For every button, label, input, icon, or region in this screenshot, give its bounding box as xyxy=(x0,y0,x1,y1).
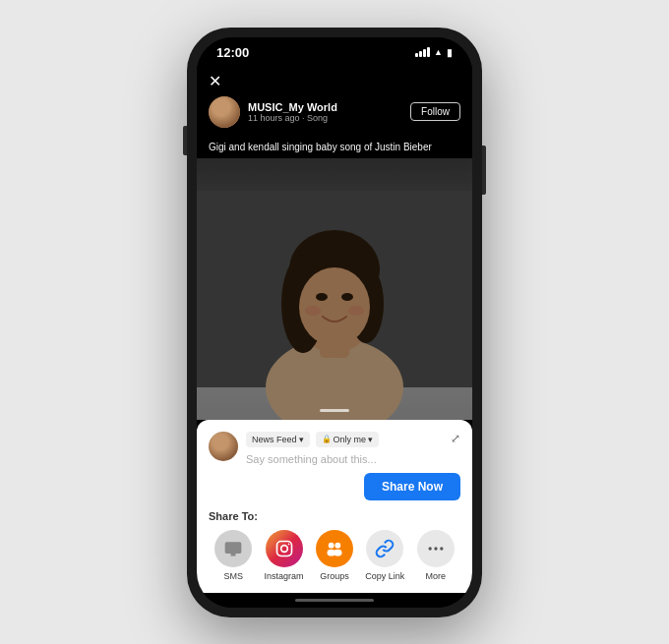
instagram-label: Instagram xyxy=(265,571,304,581)
instagram-icon xyxy=(266,530,303,567)
post-caption: Gigi and kendall singing baby song of Ju… xyxy=(197,136,472,158)
phone-screen: 12:00 ▲ ▮ ✕ xyxy=(197,37,472,608)
post-detail: 11 hours ago · Song xyxy=(248,113,337,123)
share-to-label: Share To: xyxy=(209,510,460,522)
svg-rect-13 xyxy=(231,554,236,556)
compose-dropdowns: News Feed ▾ 🔒 Only me ▾ xyxy=(246,432,443,447)
share-now-button[interactable]: Share Now xyxy=(364,473,460,500)
share-option-copylink[interactable]: Copy Link xyxy=(365,530,404,581)
svg-point-22 xyxy=(434,547,437,550)
svg-point-17 xyxy=(329,542,334,548)
status-icons: ▲ ▮ xyxy=(415,47,453,58)
privacy-dropdown[interactable]: 🔒 Only me ▾ xyxy=(316,432,380,447)
copylink-icon xyxy=(366,530,403,567)
signal-bars-icon xyxy=(415,47,430,57)
groups-label: Groups xyxy=(320,571,349,581)
sms-label: SMS xyxy=(223,571,243,581)
video-overlay xyxy=(197,158,472,420)
svg-point-21 xyxy=(428,547,431,550)
news-feed-dropdown[interactable]: News Feed ▾ xyxy=(246,432,310,447)
more-label: More xyxy=(425,571,446,581)
battery-icon: ▮ xyxy=(447,47,453,58)
copylink-label: Copy Link xyxy=(365,571,404,581)
compose-avatar xyxy=(209,432,238,461)
avatar xyxy=(209,96,240,128)
home-bar xyxy=(295,599,374,602)
svg-rect-12 xyxy=(225,542,242,554)
groups-icon xyxy=(316,530,353,567)
follow-button[interactable]: Follow xyxy=(410,102,460,121)
share-option-more[interactable]: More xyxy=(417,530,455,581)
svg-point-16 xyxy=(287,543,289,545)
share-option-groups[interactable]: Groups xyxy=(316,530,353,581)
status-time: 12:00 xyxy=(216,45,249,60)
top-bar: ✕ MUSIC_My World 11 hours ago · Song Fol… xyxy=(197,64,472,136)
share-panel: News Feed ▾ 🔒 Only me ▾ Say something ab… xyxy=(197,420,472,593)
wifi-icon: ▲ xyxy=(434,47,443,57)
post-username: MUSIC_My World xyxy=(248,101,337,113)
share-option-sms[interactable]: SMS xyxy=(214,530,252,581)
share-options: SMS Instagram xyxy=(209,530,460,581)
svg-point-23 xyxy=(440,547,443,550)
content-area: ✕ MUSIC_My World 11 hours ago · Song Fol… xyxy=(197,64,472,608)
post-meta: MUSIC_My World 11 hours ago · Song xyxy=(248,101,337,123)
svg-rect-14 xyxy=(276,541,291,556)
svg-point-15 xyxy=(280,545,287,552)
svg-point-18 xyxy=(334,542,340,548)
video-area[interactable] xyxy=(197,158,472,420)
sms-icon xyxy=(214,530,252,567)
post-info-left: MUSIC_My World 11 hours ago · Song xyxy=(209,96,337,128)
svg-point-20 xyxy=(334,549,341,556)
phone-frame: 12:00 ▲ ▮ ✕ xyxy=(187,28,482,617)
progress-indicator xyxy=(320,409,349,412)
share-compose: News Feed ▾ 🔒 Only me ▾ Say something ab… xyxy=(209,432,460,465)
lock-icon: 🔒 xyxy=(322,435,332,443)
post-info: MUSIC_My World 11 hours ago · Song Follo… xyxy=(209,96,460,128)
status-bar: 12:00 ▲ ▮ xyxy=(197,37,472,64)
caption-text: Gigi and kendall singing baby song of Ju… xyxy=(209,142,432,152)
home-indicator xyxy=(197,593,472,608)
share-now-row: Share Now xyxy=(209,473,460,500)
close-button[interactable]: ✕ xyxy=(209,72,460,90)
expand-button[interactable]: ⤢ xyxy=(451,432,460,445)
compose-right: News Feed ▾ 🔒 Only me ▾ Say something ab… xyxy=(246,432,443,465)
share-option-instagram[interactable]: Instagram xyxy=(265,530,304,581)
more-icon xyxy=(417,530,455,567)
compose-placeholder[interactable]: Say something about this... xyxy=(246,453,443,465)
